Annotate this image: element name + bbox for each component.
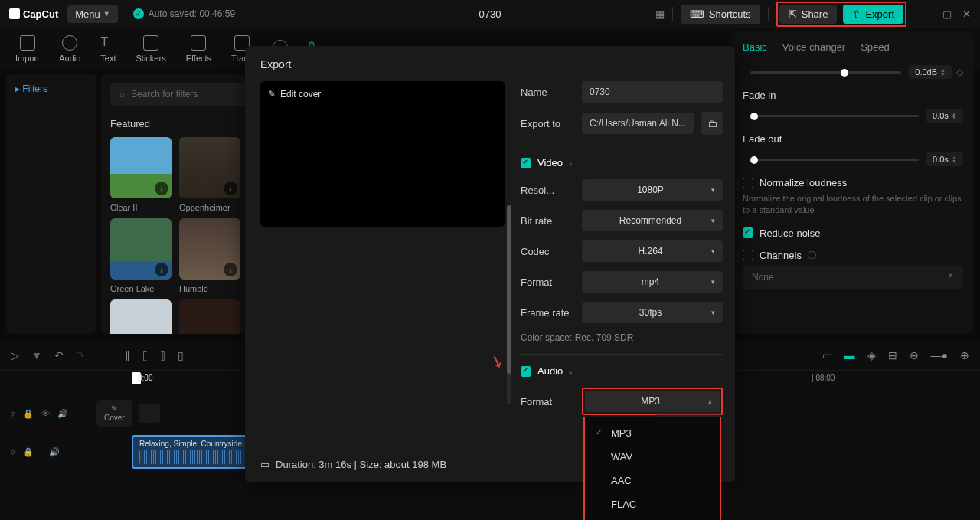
dialog-title: Export (260, 58, 720, 70)
time-marker: | 08:00 (812, 374, 835, 382)
download-icon[interactable]: ↓ (155, 263, 168, 276)
info-icon[interactable]: ⓘ (808, 250, 816, 261)
tab-voice-changer[interactable]: Voice changer (782, 41, 845, 53)
track-collapse-icon[interactable]: ▿ (11, 409, 15, 419)
cursor-dropdown[interactable]: ▼ (31, 349, 42, 361)
cursor-tool[interactable]: ▷ (11, 349, 19, 361)
share-icon: ⇱ (789, 8, 797, 20)
track-mute-icon[interactable]: 🔊 (49, 447, 60, 457)
tab-import[interactable]: Import (6, 32, 48, 66)
film-icon: ▭ (260, 459, 270, 470)
track-visibility-icon[interactable]: 👁 (41, 409, 50, 419)
track-mute-icon[interactable]: 🔊 (57, 409, 68, 419)
filter-thumb[interactable]: ↓Green Lake (110, 218, 172, 293)
filter-thumb[interactable] (110, 299, 172, 334)
track-lock-icon[interactable]: 🔒 (23, 447, 34, 457)
audio-section-toggle[interactable]: Audio ▴ (521, 365, 723, 377)
resolution-select[interactable]: 1080P▾ (582, 179, 723, 201)
folder-icon: 🗀 (707, 118, 717, 129)
dropdown-option-aac[interactable]: AAC (585, 469, 720, 492)
track-lock-icon[interactable]: 🔒 (23, 409, 34, 419)
share-button[interactable]: ⇱ Share (779, 5, 838, 24)
video-format-label: Format (521, 276, 574, 288)
redo-button[interactable]: ↷ (76, 349, 85, 361)
time-marker: 0:00 (138, 374, 152, 382)
bitrate-label: Bit rate (521, 215, 574, 227)
close-button[interactable]: ✕ (962, 8, 971, 20)
timeline-tool-1[interactable]: ▭ (822, 349, 832, 361)
dropdown-option-flac[interactable]: FLAC (585, 492, 720, 516)
autosave-status: ✓ Auto saved: 00:46:59 (133, 8, 235, 19)
track-collapse-icon[interactable]: ▿ (11, 447, 15, 457)
dropdown-option-wav[interactable]: WAV (585, 445, 720, 469)
channels-toggle[interactable]: Channelsⓘ (743, 250, 963, 261)
fadeout-slider[interactable] (750, 159, 919, 161)
reduce-noise-toggle[interactable]: Reduce noise (743, 227, 963, 239)
fadein-value[interactable]: 0.0s▲▼ (926, 109, 963, 123)
shortcuts-button[interactable]: ⌨ Shortcuts (681, 5, 760, 24)
split-tool[interactable]: ‖ (125, 349, 130, 361)
project-title: 0730 (479, 8, 501, 20)
video-clip-placeholder[interactable] (139, 404, 160, 423)
export-button[interactable]: ⇧ Export (843, 5, 903, 24)
fadeout-value[interactable]: 0.0s▲▼ (926, 152, 963, 166)
dropdown-option-mp3[interactable]: MP3 (585, 421, 720, 445)
filter-thumb[interactable]: ↓Humble (179, 218, 240, 293)
video-format-select[interactable]: mp4▾ (582, 271, 723, 293)
maximize-button[interactable]: ▢ (942, 8, 952, 20)
tab-speed[interactable]: Speed (861, 41, 890, 53)
tab-stickers[interactable]: Stickers (127, 32, 175, 66)
framerate-select[interactable]: 30fps▾ (582, 302, 723, 323)
volume-value[interactable]: 0.0dB▲▼ (909, 65, 952, 79)
reset-icon[interactable]: ◇ (956, 67, 963, 77)
left-sidebar: ▸ Filters (6, 74, 96, 334)
download-icon[interactable]: ↓ (224, 263, 237, 276)
fadein-slider[interactable] (750, 115, 919, 117)
normalize-description: Normalize the original loudness of the s… (743, 193, 963, 217)
undo-button[interactable]: ↶ (54, 349, 64, 361)
zoom-out-button[interactable]: ⊖ (910, 349, 919, 361)
scrollbar[interactable] (507, 205, 511, 404)
filter-thumb[interactable]: ↓Oppenheimer (179, 137, 240, 212)
search-icon: ⌕ (119, 89, 125, 100)
exportto-label: Export to (521, 118, 574, 129)
trim-right-tool[interactable]: ⟧ (160, 349, 165, 361)
tab-text[interactable]: TText (91, 32, 125, 66)
name-input[interactable]: 0730 (582, 81, 723, 103)
layout-icon[interactable]: ▦ (655, 8, 665, 20)
tab-audio[interactable]: Audio (50, 32, 90, 66)
filter-thumb[interactable]: ↓Clear II (110, 137, 172, 212)
edit-cover-button[interactable]: ✎ Edit cover (268, 89, 321, 100)
volume-slider[interactable] (750, 71, 901, 74)
download-icon[interactable]: ↓ (155, 182, 168, 195)
bitrate-select[interactable]: Recommended▾ (582, 210, 723, 231)
filter-thumb[interactable] (179, 299, 240, 334)
menu-button[interactable]: Menu▼ (67, 5, 117, 23)
export-dialog: Export ✎ Edit cover Name 0730 Export to … (245, 46, 735, 482)
channels-select[interactable]: None▼ (743, 266, 963, 289)
zoom-slider[interactable]: —● (931, 349, 948, 361)
keyboard-icon: ⌨ (690, 8, 704, 20)
video-section-toggle[interactable]: Video ▴ (521, 157, 723, 168)
tab-effects[interactable]: Effects (177, 32, 220, 66)
timeline-tool-3[interactable]: ◈ (867, 349, 876, 361)
name-label: Name (521, 87, 574, 98)
check-icon: ✓ (133, 8, 144, 19)
normalize-toggle[interactable]: Normalize loudness (743, 177, 963, 188)
codec-select[interactable]: H.264▾ (582, 240, 723, 262)
zoom-in-button[interactable]: ⊕ (960, 349, 969, 361)
delete-tool[interactable]: ▯ (178, 349, 184, 361)
trim-left-tool[interactable]: ⟦ (142, 349, 148, 361)
export-duration-info: ▭ Duration: 3m 16s | Size: about 198 MB (260, 459, 446, 470)
tab-basic[interactable]: Basic (743, 41, 767, 53)
cover-button[interactable]: ✎Cover (96, 400, 132, 427)
timeline-tool-2[interactable]: ▬ (844, 349, 855, 361)
minimize-button[interactable]: — (922, 8, 932, 20)
exportto-input[interactable]: C:/Users/Usman Ali N... (582, 113, 694, 134)
timeline-tool-4[interactable]: ⊟ (888, 349, 897, 361)
download-icon[interactable]: ↓ (224, 182, 237, 195)
codec-label: Codec (521, 246, 574, 257)
browse-folder-button[interactable]: 🗀 (701, 112, 723, 135)
filters-category[interactable]: ▸ Filters (15, 83, 47, 94)
window-controls: — ▢ ✕ (922, 8, 971, 20)
